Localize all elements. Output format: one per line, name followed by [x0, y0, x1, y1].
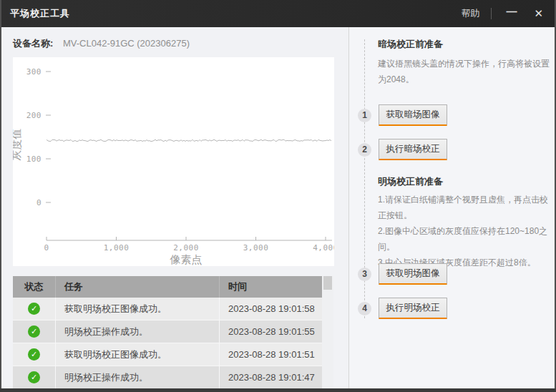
execute-bright-correction-button[interactable]: 执行明场校正 [379, 298, 447, 319]
svg-text:0: 0 [36, 198, 42, 207]
acquire-bright-image-button[interactable]: 获取明场图像 [379, 263, 447, 285]
svg-text:0: 0 [44, 243, 49, 253]
bright-note-2: 2.图像中心区域的灰度值应保持在120~180之间。 [378, 223, 551, 255]
dark-field-section-title: 暗场校正前准备 [378, 38, 550, 51]
column-header-time: 时间 [220, 276, 321, 298]
table-header: 状态 任务 时间 [13, 276, 322, 298]
main-panel: 设备名称: MV-CL042-91GC (202306275) 01002003… [0, 27, 348, 392]
help-button[interactable]: 帮助 [461, 7, 479, 20]
chart-svg: 010020030001,0002,0003,0004,000像素点灰度值 [13, 57, 334, 266]
window-border-bottom [0, 388, 556, 392]
bright-field-section-title: 明场校正前准备 [378, 175, 550, 188]
log-time: 2023-08-28 19:01:51 [220, 343, 321, 366]
dark-field-description: 建议捂黑镜头盖的情况下操作，行高将被设置为2048。 [378, 56, 551, 87]
panel-divider [348, 27, 349, 392]
steps-panel: 暗场校正前准备 建议捂黑镜头盖的情况下操作，行高将被设置为2048。 1 获取暗… [349, 27, 556, 392]
table-row[interactable]: ✓ 明场校正操作成功。 2023-08-28 19:01:55 [13, 320, 322, 343]
log-time: 2023-08-28 19:01:47 [220, 366, 321, 389]
log-task: 获取明场校正图像成功。 [56, 298, 220, 320]
log-task: 获取明场校正图像成功。 [56, 343, 220, 366]
svg-text:100: 100 [26, 155, 42, 164]
log-time: 2023-08-28 19:01:55 [220, 320, 321, 343]
success-check-icon: ✓ [28, 325, 40, 338]
table-row[interactable]: ✓ 明场校正操作成功。 2023-08-28 19:01:47 [13, 366, 322, 389]
svg-text:像素点: 像素点 [170, 253, 203, 265]
acquire-dark-image-button[interactable]: 获取暗场图像 [379, 104, 447, 126]
titlebar: 平场校正工具 帮助 — ✕ [0, 0, 556, 27]
step-number-1: 1 [358, 109, 371, 122]
success-check-icon: ✓ [28, 371, 40, 383]
bright-field-notes: 1.请保证白纸铺满整个视野且虚焦，再点击校正按钮。 2.图像中心区域的灰度值应保… [378, 192, 551, 270]
log-task: 明场校正操作成功。 [56, 320, 220, 343]
execute-dark-correction-button[interactable]: 执行暗场校正 [379, 139, 447, 160]
svg-text:300: 300 [26, 67, 42, 77]
log-time: 2023-08-28 19:01:58 [220, 298, 321, 320]
step-number-3: 3 [358, 268, 371, 281]
column-header-task: 任务 [56, 276, 220, 298]
titlebar-controls: 帮助 — ✕ [461, 7, 546, 20]
step-2: 2 执行暗场校正 [358, 139, 447, 160]
step-3: 3 获取明场图像 [358, 263, 447, 285]
window-title: 平场校正工具 [10, 7, 70, 20]
log-table: 状态 任务 时间 ✓ 获取明场校正图像成功。 2023-08-28 19:01:… [13, 276, 322, 389]
titlebar-separator [491, 8, 492, 19]
device-name-label: 设备名称: [13, 38, 53, 49]
device-name-value: MV-CL042-91GC (202306275) [63, 38, 190, 49]
minimize-icon[interactable]: — [503, 8, 520, 19]
column-header-status: 状态 [13, 276, 56, 298]
scrollbar-thumb[interactable] [323, 276, 332, 290]
svg-text:4,000: 4,000 [313, 243, 334, 253]
success-check-icon: ✓ [28, 303, 40, 315]
step-4: 4 执行明场校正 [358, 298, 447, 319]
svg-text:灰度值: 灰度值 [13, 129, 22, 161]
svg-text:3,000: 3,000 [243, 243, 269, 253]
table-row[interactable]: ✓ 获取明场校正图像成功。 2023-08-28 19:01:51 [13, 343, 322, 366]
step-number-2: 2 [358, 143, 371, 157]
svg-text:2,000: 2,000 [173, 243, 199, 253]
table-row[interactable]: ✓ 获取明场校正图像成功。 2023-08-28 19:01:58 [13, 298, 322, 320]
log-task: 明场校正操作成功。 [56, 366, 220, 389]
close-icon[interactable]: ✕ [531, 7, 546, 20]
step-number-4: 4 [358, 302, 371, 315]
gray-value-chart: 010020030001,0002,0003,0004,000像素点灰度值 [13, 57, 334, 266]
table-scrollbar[interactable] [322, 276, 333, 388]
success-check-icon: ✓ [28, 348, 40, 361]
svg-text:200: 200 [26, 111, 42, 120]
device-name-row: 设备名称: MV-CL042-91GC (202306275) [13, 37, 190, 50]
bright-note-1: 1.请保证白纸铺满整个视野且虚焦，再点击校正按钮。 [378, 192, 551, 223]
step-1: 1 获取暗场图像 [358, 104, 447, 126]
svg-text:1,000: 1,000 [104, 243, 130, 253]
window-border-left [0, 0, 1, 392]
